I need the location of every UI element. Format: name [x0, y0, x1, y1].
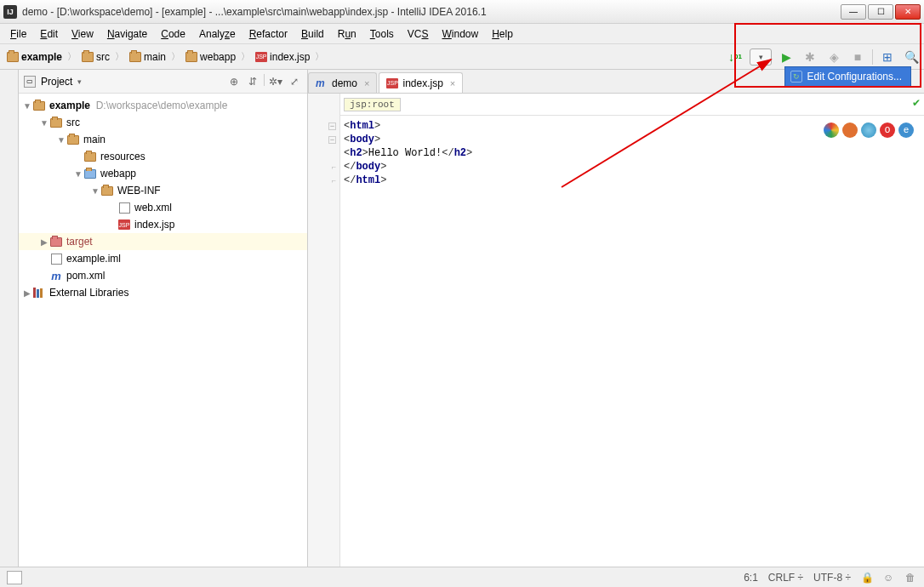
ie-icon[interactable]: e [898, 123, 914, 138]
status-position[interactable]: 6:1 [744, 572, 758, 584]
work-area: ▭ Project ▾ ⊕ ⇵ ✲▾ ⤢ ▼example D:\workspa… [0, 70, 924, 567]
app-icon: IJ [3, 5, 17, 19]
tree-node-main[interactable]: ▼main [19, 131, 307, 148]
project-tree: ▼example D:\workspace\demo\example ▼src … [19, 94, 307, 567]
project-header: ▭ Project ▾ ⊕ ⇵ ✲▾ ⤢ [19, 70, 307, 94]
scroll-to-source-icon[interactable]: ⊕ [226, 74, 242, 89]
breadcrumb-main[interactable]: main [126, 49, 169, 65]
chevron-right-icon: 〉 [171, 50, 180, 63]
left-tool-strip[interactable] [0, 70, 19, 567]
breadcrumb-indexjsp[interactable]: JSPindex.jsp [252, 49, 313, 65]
chevron-down-icon[interactable]: ▾ [77, 77, 82, 86]
breadcrumb: example〉 src〉 main〉 webapp〉 JSPindex.jsp… [3, 49, 726, 65]
menu-view[interactable]: View [66, 26, 99, 42]
close-button[interactable]: ✕ [895, 4, 921, 20]
close-tab-icon[interactable]: × [450, 78, 455, 88]
iml-file-icon [51, 254, 62, 265]
inspection-icon[interactable]: ☺ [883, 572, 895, 584]
chrome-icon[interactable] [824, 123, 839, 138]
make-project-icon[interactable]: ↓01 [726, 48, 744, 66]
editor-code[interactable]: jsp:root <html> <body> <h2>Hello World!<… [340, 94, 924, 567]
firefox-icon[interactable] [842, 123, 858, 138]
tree-node-pomxml[interactable]: mpom.xml [19, 267, 307, 284]
tree-node-webxml[interactable]: web.xml [19, 199, 307, 216]
jsp-file-icon: JSP [118, 219, 130, 230]
jsp-file-icon: JSP [386, 78, 398, 88]
status-encoding[interactable]: UTF-8 ÷ [813, 572, 851, 584]
tree-node-target[interactable]: ▶target [19, 233, 307, 250]
menu-file[interactable]: File [5, 26, 31, 42]
menu-analyze[interactable]: Analyze [194, 26, 241, 42]
menu-refactor[interactable]: Refactor [244, 26, 293, 42]
folder-icon [101, 186, 113, 196]
menu-edit[interactable]: Edit [35, 26, 63, 42]
chevron-right-icon: 〉 [67, 50, 77, 63]
breadcrumb-webapp[interactable]: webapp [182, 49, 239, 65]
menu-bar: File Edit View Navigate Code Analyze Ref… [0, 24, 924, 44]
collapse-all-icon[interactable]: ⇵ [245, 74, 260, 89]
breadcrumb-example[interactable]: example [3, 49, 66, 65]
tree-node-webapp[interactable]: ▼webapp [19, 165, 307, 182]
folder-icon [82, 52, 94, 62]
menu-code[interactable]: Code [156, 26, 191, 42]
menu-run[interactable]: Run [333, 26, 362, 42]
close-tab-icon[interactable]: × [364, 78, 369, 88]
fold-icon[interactable]: − [328, 123, 336, 130]
libraries-icon [33, 288, 45, 298]
inspection-ok-icon[interactable]: ✔ [912, 97, 921, 109]
window-title: demo - [D:\workspace\demo] - [example] -… [22, 6, 841, 18]
maven-file-icon: m [316, 77, 328, 89]
trash-icon[interactable]: 🗑 [905, 572, 917, 584]
chevron-right-icon: 〉 [115, 50, 124, 63]
search-everywhere-icon[interactable]: 🔍 [902, 48, 921, 66]
run-button[interactable]: ▶ [777, 48, 796, 66]
tree-node-example[interactable]: ▼example D:\workspace\demo\example [19, 97, 307, 114]
module-folder-icon [33, 101, 45, 111]
tree-node-resources[interactable]: resources [19, 148, 307, 165]
folder-icon [129, 52, 141, 62]
gear-icon: ↻ [790, 71, 802, 83]
edit-configurations-item[interactable]: ↻ Edit Configurations... [784, 66, 911, 87]
menu-window[interactable]: Window [436, 26, 483, 42]
lock-icon[interactable]: 🔒 [861, 572, 873, 584]
tree-node-exampleiml[interactable]: example.iml [19, 250, 307, 267]
safari-icon[interactable] [861, 123, 876, 138]
menu-help[interactable]: Help [487, 26, 518, 42]
folder-icon [67, 135, 79, 145]
tree-node-indexjsp[interactable]: JSPindex.jsp [19, 216, 307, 233]
minimize-button[interactable]: — [841, 4, 866, 20]
tab-demo[interactable]: mdemo× [308, 72, 377, 93]
menu-vcs[interactable]: VCS [402, 26, 434, 42]
breadcrumb-src[interactable]: src [78, 49, 113, 65]
gear-icon[interactable]: ✲▾ [268, 74, 283, 89]
menu-tools[interactable]: Tools [365, 26, 399, 42]
caret-line-highlight [340, 201, 924, 214]
run-config-dropdown[interactable]: ▾ [750, 48, 772, 66]
jsp-file-icon: JSP [255, 52, 267, 62]
fold-icon[interactable]: − [328, 136, 336, 144]
web-folder-icon [84, 169, 96, 179]
maximize-button[interactable]: ☐ [868, 4, 893, 20]
editor-body[interactable]: ✔ − − ⌐ ⌐ jsp:root <html> <body> <h2>Hel… [308, 94, 924, 567]
maven-file-icon: m [50, 270, 62, 282]
tree-node-external-libraries[interactable]: ▶External Libraries [19, 284, 307, 301]
run-toolbar: ↓01 ▾ ▶ ✱ ◈ ■ ⊞ 🔍 [726, 48, 921, 66]
menu-navigate[interactable]: Navigate [102, 26, 152, 42]
project-structure-icon[interactable]: ⊞ [878, 48, 897, 66]
chevron-right-icon: 〉 [241, 50, 250, 63]
stop-button[interactable]: ■ [848, 48, 867, 66]
browser-preview-icons: O e [824, 123, 914, 138]
breadcrumb-chip[interactable]: jsp:root [344, 98, 401, 111]
tree-node-webinf[interactable]: ▼WEB-INF [19, 182, 307, 199]
coverage-button[interactable]: ◈ [824, 48, 843, 66]
chevron-right-icon: 〉 [315, 50, 324, 63]
debug-button[interactable]: ✱ [801, 48, 819, 66]
tab-indexjsp[interactable]: JSPindex.jsp× [379, 72, 463, 93]
hide-icon[interactable]: ⤢ [287, 74, 302, 89]
project-view-icon[interactable]: ▭ [24, 76, 36, 88]
tool-windows-toggle-icon[interactable] [7, 571, 22, 584]
tree-node-src[interactable]: ▼src [19, 114, 307, 131]
status-line-separator[interactable]: CRLF ÷ [768, 572, 803, 584]
opera-icon[interactable]: O [880, 123, 895, 138]
menu-build[interactable]: Build [296, 26, 329, 42]
